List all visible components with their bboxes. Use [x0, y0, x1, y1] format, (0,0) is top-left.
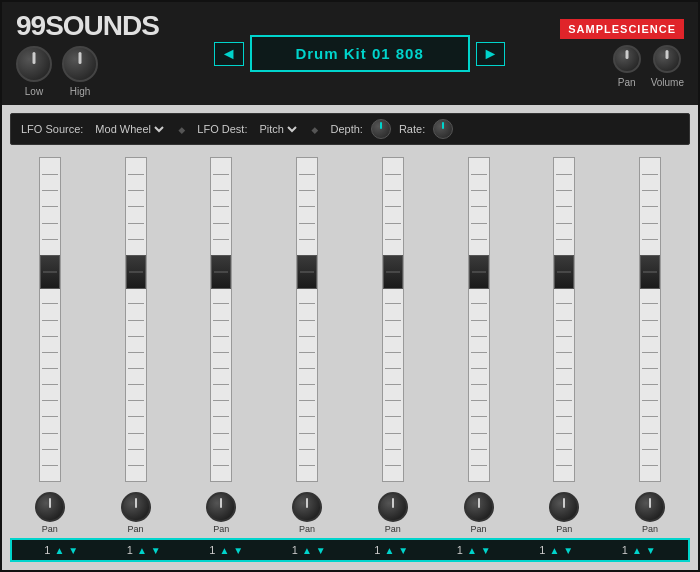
bottom-arrow-up-5[interactable]: ▲ [384, 545, 394, 556]
bottom-arrow-up-3[interactable]: ▲ [219, 545, 229, 556]
channel-pan-label-4: Pan [299, 524, 315, 534]
low-label: Low [25, 86, 43, 97]
fader-handle-2[interactable] [126, 255, 146, 289]
bottom-arrow-up-7[interactable]: ▲ [549, 545, 559, 556]
bottom-arrow-down-3[interactable]: ▼ [233, 545, 243, 556]
fader-channel-7 [525, 157, 605, 482]
fader-track-2[interactable] [125, 157, 147, 482]
fader-track-8[interactable] [639, 157, 661, 482]
bottom-number-1: 1 [44, 544, 50, 556]
fader-lines-5 [383, 158, 403, 481]
channel-pan-knob-5[interactable] [378, 492, 408, 522]
bottom-channel-8: 1 ▲ ▼ [598, 544, 681, 556]
bottom-number-6: 1 [457, 544, 463, 556]
fader-handle-6[interactable] [469, 255, 489, 289]
fader-channel-8 [610, 157, 690, 482]
bottom-number-8: 1 [622, 544, 628, 556]
fader-track-4[interactable] [296, 157, 318, 482]
channel-pan-label-5: Pan [385, 524, 401, 534]
pan-channel-3: Pan [182, 492, 262, 534]
fader-track-3[interactable] [210, 157, 232, 482]
display-section: ◄ Drum Kit 01 808 ► [214, 35, 506, 72]
header: 99SOUNDS Low High ◄ Drum Kit 01 808 ► [2, 2, 698, 105]
lfo-dest-label: LFO Dest: [197, 123, 247, 135]
channel-pan-knob-7[interactable] [549, 492, 579, 522]
lfo-depth-label: Depth: [330, 123, 362, 135]
bottom-channel-5: 1 ▲ ▼ [350, 544, 433, 556]
fader-lines-7 [554, 158, 574, 481]
lfo-depth-knob[interactable] [371, 119, 391, 139]
bottom-arrow-up-1[interactable]: ▲ [54, 545, 64, 556]
lfo-source-select[interactable]: Mod Wheel [91, 122, 167, 136]
channel-pan-knob-8[interactable] [635, 492, 665, 522]
channel-pan-label-6: Pan [471, 524, 487, 534]
bottom-arrow-up-4[interactable]: ▲ [302, 545, 312, 556]
channel-pan-knob-4[interactable] [292, 492, 322, 522]
channel-pan-label-1: Pan [42, 524, 58, 534]
fader-lines-1 [40, 158, 60, 481]
high-knob[interactable] [62, 46, 98, 82]
logo: 99SOUNDS [16, 10, 159, 42]
pan-channel-8: Pan [610, 492, 690, 534]
main-area: LFO Source: Mod Wheel ⬥ LFO Dest: Pitch … [2, 105, 698, 570]
volume-knob[interactable] [653, 45, 681, 73]
bottom-number-2: 1 [127, 544, 133, 556]
fader-channel-4 [267, 157, 347, 482]
lfo-bar: LFO Source: Mod Wheel ⬥ LFO Dest: Pitch … [10, 113, 690, 145]
bottom-channel-1: 1 ▲ ▼ [20, 544, 103, 556]
header-controls: ◄ Drum Kit 01 808 ► [159, 35, 560, 72]
bottom-arrow-down-8[interactable]: ▼ [646, 545, 656, 556]
fader-handle-4[interactable] [297, 255, 317, 289]
header-left: 99SOUNDS Low High [16, 10, 159, 97]
volume-label: Volume [651, 77, 684, 88]
volume-knob-group: Volume [651, 45, 684, 88]
fader-track-1[interactable] [39, 157, 61, 482]
bottom-arrow-down-5[interactable]: ▼ [398, 545, 408, 556]
fader-track-5[interactable] [382, 157, 404, 482]
fader-handle-7[interactable] [554, 255, 574, 289]
channel-pan-knob-6[interactable] [464, 492, 494, 522]
bottom-arrow-down-6[interactable]: ▼ [481, 545, 491, 556]
bottom-arrow-down-4[interactable]: ▼ [316, 545, 326, 556]
fader-handle-8[interactable] [640, 255, 660, 289]
bottom-arrow-down-1[interactable]: ▼ [68, 545, 78, 556]
fader-handle-1[interactable] [40, 255, 60, 289]
fader-handle-3[interactable] [211, 255, 231, 289]
fader-track-7[interactable] [553, 157, 575, 482]
high-label: High [70, 86, 91, 97]
fader-channel-3 [182, 157, 262, 482]
lfo-rate-knob[interactable] [433, 119, 453, 139]
fader-handle-5[interactable] [383, 255, 403, 289]
bottom-arrow-down-2[interactable]: ▼ [151, 545, 161, 556]
lfo-rate-label: Rate: [399, 123, 425, 135]
channel-pan-knob-2[interactable] [121, 492, 151, 522]
pan-channel-1: Pan [10, 492, 90, 534]
lfo-dest-select[interactable]: Pitch [255, 122, 300, 136]
low-knob-group: Low [16, 46, 52, 97]
fader-lines-4 [297, 158, 317, 481]
channel-pan-knob-3[interactable] [206, 492, 236, 522]
bottom-arrow-down-7[interactable]: ▼ [563, 545, 573, 556]
channel-pan-knob-1[interactable] [35, 492, 65, 522]
pan-channel-5: Pan [353, 492, 433, 534]
pan-knob[interactable] [613, 45, 641, 73]
next-preset-button[interactable]: ► [476, 42, 506, 66]
faders-section [10, 153, 690, 486]
bottom-arrow-up-6[interactable]: ▲ [467, 545, 477, 556]
fader-channel-1 [10, 157, 90, 482]
bottom-channel-3: 1 ▲ ▼ [185, 544, 268, 556]
low-knob[interactable] [16, 46, 52, 82]
bottom-bar: 1 ▲ ▼ 1 ▲ ▼ 1 ▲ ▼ 1 ▲ ▼ 1 ▲ ▼ [10, 538, 690, 562]
bottom-arrow-up-2[interactable]: ▲ [137, 545, 147, 556]
bottom-arrow-up-8[interactable]: ▲ [632, 545, 642, 556]
bottom-channel-4: 1 ▲ ▼ [268, 544, 351, 556]
header-right: SAMPLESCIENCE Pan Volume [560, 19, 684, 88]
bottom-channel-7: 1 ▲ ▼ [515, 544, 598, 556]
brand-badge: SAMPLESCIENCE [560, 19, 684, 39]
fader-channel-5 [353, 157, 433, 482]
fader-track-6[interactable] [468, 157, 490, 482]
fader-lines-3 [211, 158, 231, 481]
prev-preset-button[interactable]: ◄ [214, 42, 244, 66]
high-knob-group: High [62, 46, 98, 97]
fader-channel-6 [439, 157, 519, 482]
